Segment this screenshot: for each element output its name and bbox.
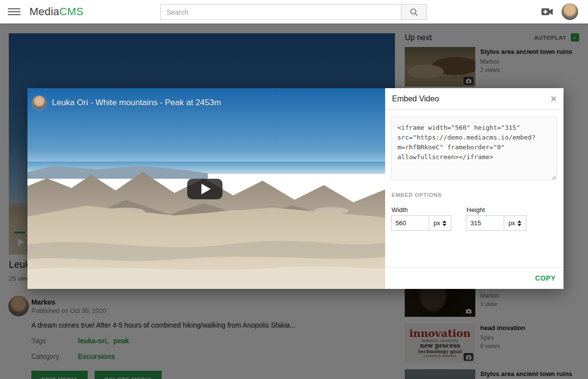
preview-video-title[interactable]: Leuka Ori - White mountains - Peak at 24… — [52, 98, 221, 108]
search-icon — [410, 8, 418, 17]
embed-video-modal: Leuka Ori - White mountains - Peak at 24… — [27, 88, 564, 289]
search-button[interactable] — [401, 4, 427, 20]
spinner-arrows-icon — [442, 220, 446, 226]
embed-code-textarea[interactable]: <iframe width="560" height="315" src="ht… — [391, 117, 557, 180]
brand-logo[interactable]: MediaCMS — [29, 5, 83, 18]
width-input[interactable] — [391, 215, 429, 231]
spinner-arrows-icon — [517, 220, 521, 226]
copy-button[interactable]: COPY — [535, 274, 556, 282]
modal-title: Embed Video — [392, 95, 439, 103]
width-unit-select[interactable]: px — [429, 215, 451, 231]
width-label: Width — [392, 206, 408, 213]
preview-channel-avatar[interactable] — [32, 96, 46, 110]
height-unit-select[interactable]: px — [504, 215, 526, 231]
embed-options-panel: Embed Video × <iframe width="560" height… — [385, 88, 564, 289]
app-header: MediaCMS — [0, 0, 588, 24]
close-icon[interactable]: × — [550, 94, 557, 104]
search-input[interactable] — [160, 4, 401, 20]
height-input[interactable] — [466, 215, 504, 231]
menu-icon[interactable] — [8, 5, 21, 18]
embed-options-label: EMBED OPTIONS — [392, 192, 442, 198]
upload-media-icon[interactable] — [541, 6, 554, 17]
preview-play-button[interactable] — [187, 179, 222, 199]
embed-preview-player[interactable]: Leuka Ori - White mountains - Peak at 24… — [27, 88, 385, 289]
height-label: Height — [466, 206, 485, 213]
user-avatar[interactable] — [562, 3, 578, 20]
play-icon — [201, 184, 211, 194]
